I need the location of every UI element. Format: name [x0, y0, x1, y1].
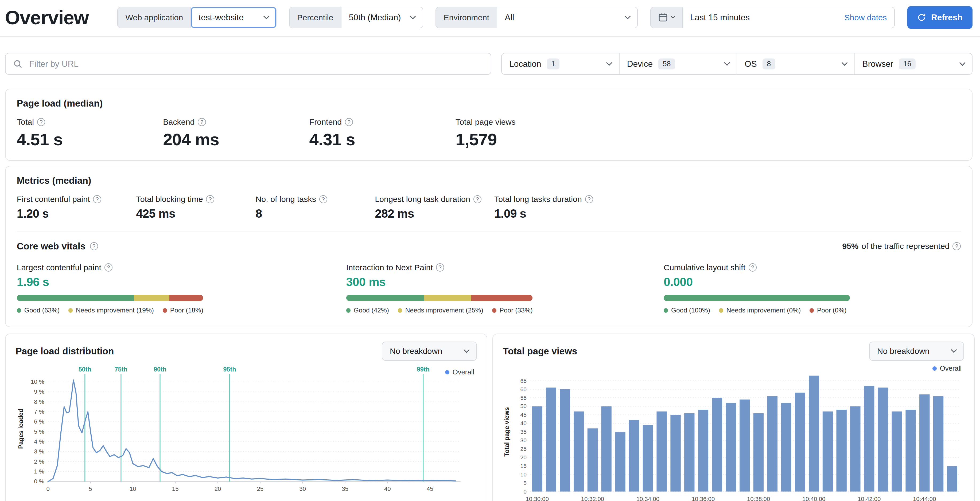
stat-backend: Backend 204 ms	[163, 117, 309, 149]
facet-browser[interactable]: Browser 16	[854, 53, 972, 74]
breakdown-value: No breakdown	[877, 347, 929, 356]
svg-text:35: 35	[520, 429, 527, 435]
svg-text:45: 45	[427, 485, 433, 492]
facet-os[interactable]: OS 8	[737, 53, 854, 74]
chevron-down-icon	[959, 60, 965, 66]
vital-distribution-bar	[17, 295, 203, 301]
needs-improvement-dot	[719, 308, 723, 312]
info-icon[interactable]	[585, 195, 593, 203]
stat-total-long-tasks-duration: Total long tasks duration 1.09 s	[494, 194, 614, 220]
svg-text:10:38:00: 10:38:00	[747, 495, 770, 501]
svg-text:5: 5	[89, 485, 92, 492]
url-filter	[5, 53, 492, 75]
vital-cumulative-layout-shift: Cumulative layout shift 0.000 Good (100%…	[663, 263, 961, 314]
vital-value: 0.000	[663, 275, 961, 289]
info-icon[interactable]	[473, 195, 482, 203]
chevron-down-icon	[842, 60, 848, 66]
vital-legend: Good (42%) Needs improvement (25%) Poor …	[346, 307, 663, 314]
breakdown-value: No breakdown	[390, 347, 442, 356]
stat-longest-long-task: Longest long task duration 282 ms	[375, 194, 494, 220]
facet-label: Device	[627, 59, 653, 69]
poor-dot	[492, 308, 496, 312]
info-icon[interactable]	[749, 263, 757, 271]
bottom-charts-row: Page load distribution No breakdown 0 %1…	[5, 334, 972, 501]
url-filter-input[interactable]	[28, 59, 483, 70]
page-load-distribution-card: Page load distribution No breakdown 0 %1…	[5, 334, 487, 501]
poor-segment	[169, 295, 203, 301]
svg-text:10:40:00: 10:40:00	[802, 495, 826, 501]
svg-text:35: 35	[342, 485, 348, 492]
info-icon[interactable]	[93, 195, 101, 203]
web-application-select[interactable]: test-website	[191, 7, 276, 28]
svg-text:5: 5	[523, 480, 527, 486]
vital-label: Cumulative layout shift	[663, 263, 745, 272]
svg-text:60: 60	[520, 386, 527, 392]
facet-label: Location	[509, 59, 541, 69]
page-views-chart: 0510152025303540455055606510:30:0010:32:…	[503, 363, 964, 501]
info-icon[interactable]	[436, 263, 444, 271]
traffic-represented-note: 95% of the traffic represented	[842, 242, 961, 251]
svg-text:0: 0	[46, 485, 50, 492]
legend-label: Good (100%)	[671, 307, 710, 314]
stat-total: Total 4.51 s	[17, 117, 163, 149]
legend-label: Poor (0%)	[817, 307, 847, 314]
vital-distribution-bar	[346, 295, 533, 301]
svg-text:0 %: 0 %	[34, 478, 44, 485]
facet-location[interactable]: Location 1	[502, 53, 619, 74]
time-range-field[interactable]: Last 15 minutes Show dates	[682, 7, 894, 28]
legend-label: Needs improvement (25%)	[405, 307, 483, 314]
info-icon[interactable]	[37, 118, 45, 126]
legend-label: Overall	[453, 368, 474, 376]
refresh-button[interactable]: Refresh	[907, 6, 972, 29]
poor-segment	[471, 295, 533, 301]
stat-total-blocking-time: Total blocking time 425 ms	[136, 194, 256, 220]
stat-frontend: Frontend 4.31 s	[309, 117, 455, 149]
legend-label: Good (63%)	[24, 307, 60, 314]
good-dot	[17, 308, 21, 312]
show-dates-link[interactable]: Show dates	[844, 13, 887, 22]
info-icon[interactable]	[90, 242, 98, 250]
svg-text:15: 15	[172, 485, 179, 492]
info-icon[interactable]	[345, 118, 353, 126]
refresh-icon	[917, 13, 926, 22]
divider	[17, 232, 961, 232]
poor-dot	[810, 308, 814, 312]
facet-filters: Location 1 Device 58 OS 8 Browser 16	[501, 53, 972, 75]
stat-label: Total long tasks duration	[494, 194, 582, 204]
legend-dot	[445, 370, 449, 374]
info-icon[interactable]	[206, 195, 214, 203]
info-icon[interactable]	[953, 242, 961, 250]
environment-select[interactable]: All	[497, 7, 637, 28]
environment-value: All	[505, 13, 514, 22]
stat-label: Backend	[163, 117, 194, 127]
info-icon[interactable]	[105, 263, 113, 271]
svg-text:55: 55	[520, 394, 527, 401]
percentile-select[interactable]: 50th (Median)	[342, 7, 423, 28]
stat-value: 1.20 s	[17, 207, 136, 220]
svg-text:30: 30	[520, 437, 527, 443]
facet-device[interactable]: Device 58	[619, 53, 737, 74]
info-icon[interactable]	[319, 195, 327, 203]
page-title: Overview	[5, 6, 89, 29]
calendar-button[interactable]	[651, 7, 682, 28]
breakdown-select[interactable]: No breakdown	[869, 342, 964, 361]
breakdown-select[interactable]: No breakdown	[382, 342, 477, 361]
stat-value: 4.31 s	[309, 130, 455, 149]
svg-text:90th: 90th	[154, 366, 167, 373]
svg-text:40: 40	[384, 485, 391, 492]
info-icon[interactable]	[198, 118, 206, 126]
svg-text:3 %: 3 %	[34, 448, 44, 455]
facet-label: Browser	[862, 59, 893, 69]
card-title: Page load (median)	[17, 98, 961, 109]
stat-label: No. of long tasks	[255, 194, 316, 204]
good-segment	[17, 295, 134, 301]
chevron-down-icon	[263, 13, 270, 19]
chevron-down-icon	[606, 60, 612, 66]
good-dot	[346, 308, 350, 312]
page-views-chart-svg: 0510152025303540455055606510:30:0010:32:…	[503, 363, 964, 501]
stat-value: 1,579	[455, 130, 602, 149]
chevron-down-icon	[410, 13, 416, 19]
environment-label: Environment	[436, 7, 497, 28]
chart-legend: Overall	[445, 368, 474, 376]
needs-improvement-segment	[134, 295, 169, 301]
